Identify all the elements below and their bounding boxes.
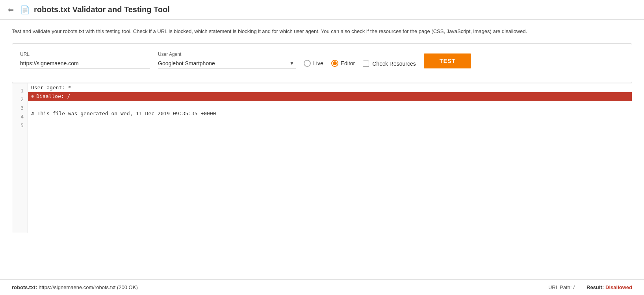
code-line-1: User-agent: * bbox=[28, 83, 632, 92]
line-num-4: 4 bbox=[16, 112, 24, 121]
test-button[interactable]: TEST bbox=[424, 53, 471, 68]
chevron-down-icon: ▼ bbox=[290, 61, 294, 66]
url-group: URL bbox=[20, 52, 150, 68]
code-line-2-text: Disallow: / bbox=[36, 92, 70, 101]
editor-radio[interactable] bbox=[331, 60, 338, 67]
code-line-3-text bbox=[31, 101, 34, 109]
user-agent-select-wrapper: Googlebot Smartphone Googlebot Desktop B… bbox=[158, 59, 296, 68]
code-line-5 bbox=[28, 118, 632, 127]
code-line-4-text: # This file was generated on Wed, 11 Dec… bbox=[31, 109, 216, 118]
code-line-5-text bbox=[31, 118, 34, 127]
line-num-3: 3 bbox=[16, 104, 24, 112]
live-radio-item[interactable]: Live bbox=[304, 60, 323, 67]
user-agent-label: User Agent bbox=[158, 52, 296, 57]
description-text: Test and validate your robots.txt with t… bbox=[12, 28, 632, 35]
editor-container: 1 2 3 4 5 User-agent: * ⊘ Disallow: / bbox=[12, 83, 632, 233]
back-icon[interactable]: ⇐ bbox=[8, 6, 14, 14]
check-resources-group: Check Resources bbox=[363, 61, 416, 68]
mode-radio-group: Live Editor bbox=[304, 60, 355, 68]
line-num-5: 5 bbox=[16, 121, 24, 130]
line-num-2: 2 bbox=[16, 95, 24, 104]
code-line-2: ⊘ Disallow: / bbox=[28, 92, 632, 101]
block-icon: ⊘ bbox=[31, 92, 34, 101]
user-agent-group: User Agent Googlebot Smartphone Googlebo… bbox=[158, 52, 296, 68]
code-content[interactable]: User-agent: * ⊘ Disallow: / # This file … bbox=[28, 83, 632, 233]
code-line-1-text: User-agent: * bbox=[31, 83, 71, 92]
form-row: URL User Agent Googlebot Smartphone Goog… bbox=[20, 52, 624, 68]
doc-icon: 📄 bbox=[20, 5, 30, 15]
form-area: URL User Agent Googlebot Smartphone Goog… bbox=[12, 43, 632, 83]
url-input[interactable] bbox=[20, 59, 150, 68]
line-num-1: 1 bbox=[16, 87, 24, 95]
url-label: URL bbox=[20, 52, 150, 57]
editor-radio-item[interactable]: Editor bbox=[331, 60, 355, 67]
check-resources-label: Check Resources bbox=[372, 61, 416, 67]
line-numbers: 1 2 3 4 5 bbox=[12, 83, 28, 233]
editor-label: Editor bbox=[341, 60, 355, 66]
user-agent-select[interactable]: Googlebot Smartphone Googlebot Desktop B… bbox=[158, 59, 288, 68]
page-title: robots.txt Validator and Testing Tool bbox=[34, 5, 170, 14]
editor-area: 1 2 3 4 5 User-agent: * ⊘ Disallow: / bbox=[12, 83, 632, 233]
code-line-3 bbox=[28, 101, 632, 109]
header: ⇐ 📄 robots.txt Validator and Testing Too… bbox=[0, 0, 644, 20]
live-radio[interactable] bbox=[304, 60, 311, 67]
live-label: Live bbox=[313, 60, 323, 66]
code-line-4: # This file was generated on Wed, 11 Dec… bbox=[28, 109, 632, 118]
check-resources-checkbox[interactable] bbox=[363, 61, 369, 67]
